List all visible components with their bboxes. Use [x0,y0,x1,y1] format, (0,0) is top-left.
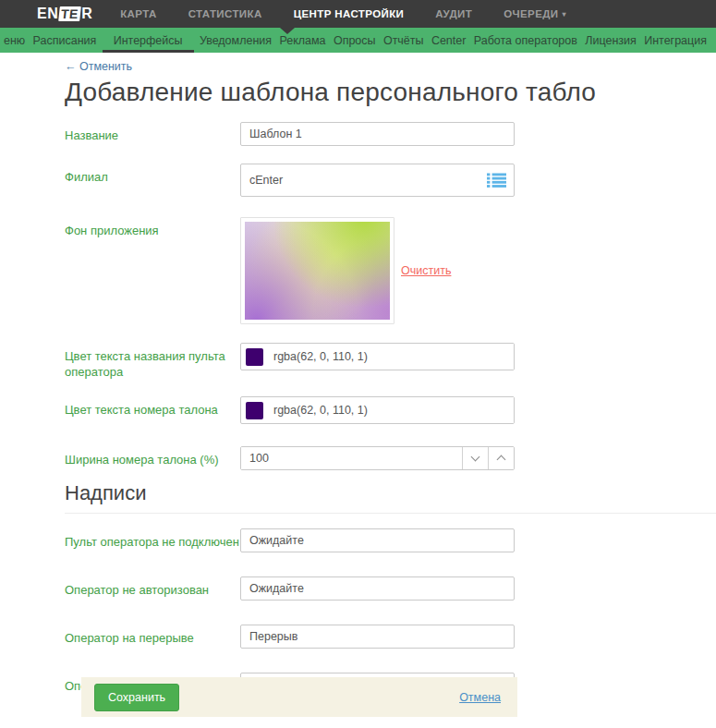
topnav-item-settings-center[interactable]: ЦЕНТР НАСТРОЙКИ [294,8,405,19]
page-title: Добавление шаблона персонального табло [65,78,716,107]
form-row-name: Название [65,122,716,146]
main-content: ← Отменить Добавление шаблона персональн… [0,53,716,697]
ticket-color-input[interactable] [263,397,514,423]
not-authorized-label: Оператор не авторизован [65,576,240,598]
not-connected-label: Пульт оператора не подключен [65,528,240,550]
subnav-item-schedules[interactable]: Расписания [31,28,99,53]
subnav-item-reports[interactable]: Отчёты [382,28,426,53]
subnav-item-center[interactable]: Center [430,28,468,53]
list-picker-icon[interactable] [487,173,506,188]
form-row-not-connected: Пульт оператора не подключен [65,528,716,552]
topnav-item-audit[interactable]: АУДИТ [435,8,472,19]
save-button[interactable]: Сохранить [94,684,179,711]
chevron-up-icon [497,455,506,465]
branch-label: Филиал [65,164,240,185]
active-section-pointer-icon [280,28,295,34]
clear-background-link[interactable]: Очистить [401,264,451,277]
form-row-ticket-width: Ширина номера талона (%) [65,446,716,470]
logo-door-icon: TE [58,6,81,21]
topnav-item-queues[interactable]: ОЧЕРЕДИ▾ [504,8,566,19]
ticket-color-label: Цвет текста номера талона [65,396,240,418]
name-input[interactable] [240,122,515,146]
subnav-item-interfaces[interactable]: Интерфейсы [103,28,194,53]
chevron-down-icon: ▾ [563,10,566,18]
cancel-link[interactable]: Отмена [459,691,501,704]
panel-name-color-field [240,343,515,370]
topnav-menu: КАРТА СТАТИСТИКА ЦЕНТР НАСТРОЙКИ АУДИТ О… [120,8,566,19]
panel-name-color-swatch[interactable] [246,348,263,366]
background-image-preview[interactable] [240,217,394,324]
logo-text-en: EN [37,6,58,21]
not-connected-input[interactable] [240,528,515,552]
background-label: Фон приложения [65,217,240,238]
ticket-width-input[interactable] [241,447,462,469]
subnav-item-license[interactable]: Лицензия [583,28,638,53]
ticket-width-label: Ширина номера талона (%) [65,446,240,467]
section-divider [65,513,716,514]
form-row-branch: Филиал [65,164,716,197]
ticket-width-field [240,446,515,470]
action-footer-bar: Сохранить Отмена [81,677,517,717]
form-row-on-break: Оператор на перерыве [65,625,716,649]
name-label: Название [65,122,240,143]
decrement-button[interactable] [462,447,488,469]
form-row-not-authorized: Оператор не авторизован [65,576,716,601]
form-row-background: Фон приложения Очистить [65,217,716,324]
subnav-item-notifications[interactable]: Уведомления [198,28,273,53]
panel-name-color-input[interactable] [263,344,514,370]
subnav-item-integration[interactable]: Интеграция [642,28,709,53]
increment-button[interactable] [488,447,514,469]
topnav-item-statistics[interactable]: СТАТИСТИКА [188,8,262,19]
topnav-item-map[interactable]: КАРТА [120,8,156,19]
panel-name-color-label: Цвет текста названия пульта оператора [65,343,240,380]
app-logo[interactable]: ENTER [37,6,92,22]
top-navbar: ENTER КАРТА СТАТИСТИКА ЦЕНТР НАСТРОЙКИ А… [0,0,716,28]
on-break-input[interactable] [240,625,515,649]
subnav-item-surveys[interactable]: Опросы [332,28,378,53]
settings-subnav: еню Расписания Интерфейсы Уведомления Ре… [0,28,716,53]
not-authorized-input[interactable] [240,576,515,601]
form-row-panel-name-color: Цвет текста названия пульта оператора [65,343,716,380]
background-gradient-image [245,222,390,320]
logo-text-r: R [81,6,92,21]
captions-section-title: Надписи [65,481,716,505]
subnav-item-operators-work[interactable]: Работа операторов [472,28,579,53]
cancel-back-link[interactable]: ← Отменить [65,60,132,73]
topnav-item-queues-label: ОЧЕРЕДИ [504,8,558,19]
branch-input[interactable] [240,164,515,197]
ticket-color-field [240,396,515,424]
chevron-down-icon [471,453,480,462]
form-row-ticket-color: Цвет текста номера талона [65,396,716,424]
on-break-label: Оператор на перерыве [65,625,240,646]
subnav-item-menu[interactable]: еню [2,28,27,53]
ticket-color-swatch[interactable] [246,402,263,419]
